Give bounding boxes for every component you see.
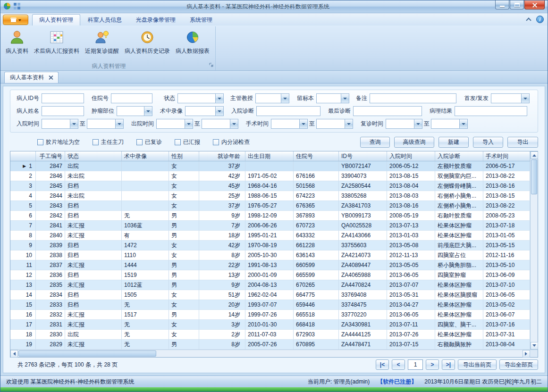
dropdown-arrow-icon[interactable]	[521, 94, 529, 103]
table-row[interactable]: 142834归档1505女51岁1962-02-0466477533769408…	[10, 290, 530, 300]
export-current-page-button[interactable]: 导出当前页	[458, 359, 497, 370]
horizontal-scroll-track[interactable]	[157, 350, 523, 357]
column-header-status[interactable]: 状态	[65, 151, 122, 161]
table-row[interactable]: 62842归档无男9岁1998-12-09367893YB00991732008…	[10, 211, 530, 221]
table-row[interactable]: 42844未出院女25岁1988-06-15674223338052682013…	[10, 191, 530, 201]
table-row[interactable]: 72841未汇报1036蓝男7岁2006-06-26670723QA002552…	[10, 221, 530, 231]
discharge-time-from-select[interactable]	[156, 119, 193, 129]
column-header-video[interactable]: 术中录像	[122, 151, 169, 161]
table-row[interactable]: 22846未出院女42岁1971-05-02676166339040732013…	[10, 171, 530, 181]
column-header-admit-date[interactable]: 入院时间	[387, 151, 435, 161]
page-number-input[interactable]	[408, 359, 423, 370]
dropdown-arrow-icon[interactable]	[345, 119, 353, 128]
dropdown-arrow-icon[interactable]	[144, 107, 152, 116]
table-row[interactable]: 132835未汇报1012蓝男9岁2004-08-13670265ZA44708…	[10, 280, 530, 290]
patient-id-input[interactable]	[42, 93, 84, 103]
checkbox-icon[interactable]	[175, 139, 181, 145]
new-button[interactable]: 新建	[438, 137, 469, 148]
ribbon-tab-4[interactable]: 系统管理	[183, 14, 219, 25]
dropdown-arrow-icon[interactable]	[281, 94, 289, 103]
ribbon-button-1[interactable]: 病人资料	[3, 28, 31, 56]
dropdown-arrow-icon[interactable]	[215, 94, 223, 103]
table-row[interactable]: 102838归档1110女8岁2005-10-30636143ZA4214073…	[10, 250, 530, 260]
pathology-result-input[interactable]	[455, 106, 527, 116]
scroll-right-button[interactable]	[523, 350, 530, 358]
reported-checkbox[interactable]: 已汇报	[175, 138, 200, 146]
video-select[interactable]	[185, 106, 224, 116]
checkbox-icon[interactable]	[136, 139, 143, 145]
ribbon-tab-2[interactable]: 科室人员信息	[81, 14, 128, 25]
column-header-age[interactable]: 就诊年龄	[199, 151, 245, 161]
professor-select[interactable]	[255, 93, 289, 103]
column-header-admit-diagnosis[interactable]: 入院诊断	[435, 151, 483, 161]
quick-access-icon[interactable]	[13, 2, 21, 11]
checkbox-icon[interactable]	[37, 139, 43, 145]
table-row[interactable]: 182830出院无女2岁2011-07-03672903ZA4444125201…	[10, 330, 530, 340]
table-row[interactable]: 192829未汇报无男8岁2005-07-26670895ZA447847120…	[10, 340, 530, 350]
column-header-manual-no[interactable]: 手工编号	[36, 151, 65, 161]
table-row[interactable]: 32845归档女45岁1968-04-16501568ZA25805442013…	[10, 181, 530, 191]
table-row[interactable]: 112837未汇报1444男22岁1991-08-13660599ZA40894…	[10, 260, 530, 270]
first-recurrence-select[interactable]	[491, 93, 530, 103]
first-page-button[interactable]: |<	[376, 359, 389, 370]
ribbon-button-3[interactable]: 近期复诊提醒	[83, 28, 121, 56]
revisit-time-to-select[interactable]	[431, 119, 468, 129]
dropdown-arrow-icon[interactable]	[185, 119, 193, 128]
dropdown-arrow-icon[interactable]	[341, 94, 349, 103]
table-row[interactable]: ▶12847出院女37岁YB00721472006-05-12左额叶胶质瘤200…	[10, 161, 530, 171]
column-header-admission-no[interactable]: 住院号	[294, 151, 339, 161]
ribbon-button-5[interactable]: 病人数据报表	[173, 28, 212, 56]
import-button[interactable]: 导入	[473, 137, 503, 148]
table-row[interactable]: 52843归档女37岁1976-05-27676365ZA38417032013…	[10, 201, 530, 211]
dropdown-arrow-icon[interactable]	[230, 119, 238, 128]
admit-diagnosis-input[interactable]	[256, 106, 320, 116]
admission-no-input[interactable]	[111, 93, 152, 103]
minimize-button[interactable]	[495, 0, 509, 9]
tumor-site-select[interactable]	[117, 106, 152, 116]
vertical-scrollbar[interactable]	[530, 151, 538, 350]
export-all-pages-button[interactable]: 导出全部页	[499, 359, 538, 370]
query-button[interactable]: 查询	[360, 137, 390, 148]
scroll-left-button[interactable]	[10, 350, 18, 358]
table-row[interactable]: 92839归档1472女42岁1970-08-19661228337556032…	[10, 241, 530, 250]
dropdown-arrow-icon[interactable]	[459, 119, 467, 128]
dropdown-arrow-icon[interactable]	[70, 119, 78, 128]
revisited-checkbox[interactable]: 已复诊	[136, 138, 162, 146]
patient-name-input[interactable]	[42, 106, 84, 116]
ribbon-tab-1[interactable]: 病人资料管理	[32, 14, 80, 25]
column-header-gender[interactable]: 性别	[169, 151, 199, 161]
prev-page-button[interactable]: <	[392, 359, 405, 370]
discharge-time-to-select[interactable]	[202, 119, 238, 129]
table-row[interactable]: 82840未汇报有男18岁1995-01-21643332ZA414306620…	[10, 231, 530, 241]
table-row[interactable]: 122836归档1519男13岁2000-01-09665599ZA406598…	[10, 270, 530, 280]
ribbon-tab-3[interactable]: 光盘录像带管理	[129, 14, 182, 25]
next-page-button[interactable]: >	[426, 359, 439, 370]
tab-patient-basic-info[interactable]: 病人基本资料	[4, 72, 59, 83]
dropdown-arrow-icon[interactable]	[115, 119, 123, 128]
scroll-down-button[interactable]	[531, 342, 538, 350]
vertical-scroll-thumb[interactable]	[531, 159, 537, 194]
film-address-empty-checkbox[interactable]: 胶片地址为空	[37, 138, 80, 146]
column-header-birth-date[interactable]: 出生日期	[245, 151, 294, 161]
admit-time-from-select[interactable]	[42, 119, 78, 129]
ribbon-button-4[interactable]: 病人资料历史记录	[122, 28, 172, 56]
final-diagnosis-input[interactable]	[353, 106, 422, 116]
dropdown-arrow-icon[interactable]	[215, 107, 223, 116]
advanced-query-button[interactable]: 高级查询	[394, 137, 434, 148]
remark-input[interactable]	[370, 93, 456, 103]
endocrine-exam-checkbox[interactable]: 内分泌检查	[213, 138, 250, 146]
info-icon[interactable]: i	[536, 16, 544, 23]
specimen-select[interactable]	[316, 93, 349, 103]
dropdown-arrow-icon[interactable]	[414, 119, 422, 128]
close-button[interactable]	[524, 0, 545, 9]
revisit-time-from-select[interactable]	[386, 119, 422, 129]
horizontal-scroll-thumb[interactable]	[18, 350, 156, 357]
table-row[interactable]: 162832未汇报1517男14岁1999-07-266655183377022…	[10, 310, 530, 320]
dialog-launcher-icon[interactable]	[209, 62, 214, 69]
column-header-id-no[interactable]: ID号	[339, 151, 387, 161]
vertical-scroll-track[interactable]	[531, 195, 538, 342]
table-row[interactable]: 152833归档无女20岁1993-07-0765944633748475201…	[10, 300, 530, 310]
surgery-time-to-select[interactable]	[316, 119, 353, 129]
checkbox-icon[interactable]	[213, 139, 219, 145]
chief-surgeon-checkbox[interactable]: 主任主刀	[93, 138, 124, 146]
